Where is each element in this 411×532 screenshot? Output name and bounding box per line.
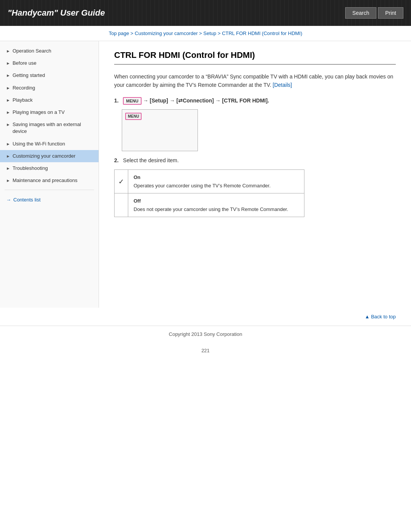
option-detail-off: Off Does not operate your camcorder usin…: [128, 193, 293, 217]
option-detail-on: On Operates your camcorder using the TV’…: [128, 170, 276, 193]
sidebar-item-saving-images[interactable]: ► Saving images with an external device: [0, 118, 99, 137]
back-to-top-link[interactable]: ▲ Back to top: [365, 314, 396, 320]
sidebar-item-customizing[interactable]: ► Customizing your camcorder: [0, 150, 99, 162]
sidebar-item-playback[interactable]: ► Playback: [0, 94, 99, 106]
sidebar-divider: [5, 190, 94, 190]
menu-button: MENU: [123, 97, 141, 105]
breadcrumb-ctrl-hdmi[interactable]: CTRL FOR HDMI (Control for HDMI): [222, 30, 302, 36]
sidebar-item-troubleshooting[interactable]: ► Troubleshooting: [0, 162, 99, 174]
arrow-icon: ►: [6, 178, 10, 184]
arrow-icon: ►: [6, 61, 10, 66]
arrow-icon: ►: [6, 48, 10, 54]
print-button[interactable]: Print: [378, 7, 403, 19]
option-check-off: [115, 193, 128, 217]
arrow-icon: ►: [6, 73, 10, 78]
step-2: 2. Select the desired item.: [114, 157, 396, 163]
arrow-icon: ►: [6, 122, 10, 128]
sidebar-item-operation-search[interactable]: ► Operation Search: [0, 45, 99, 57]
main-content: CTRL FOR HDMI (Control for HDMI) When co…: [99, 41, 411, 308]
page-footer: Copyright 2013 Sony Corporation: [0, 326, 411, 342]
page-title: CTRL FOR HDMI (Control for HDMI): [114, 50, 396, 65]
option-row-on: ✓ On Operates your camcorder using the T…: [115, 170, 304, 193]
page-number: 221: [0, 342, 411, 359]
arrow-icon: ►: [6, 110, 10, 115]
breadcrumb-setup[interactable]: Setup: [203, 30, 216, 36]
breadcrumb: Top page > Customizing your camcorder > …: [0, 26, 411, 41]
sidebar-item-recording[interactable]: ► Recording: [0, 82, 99, 94]
site-title: "Handycam" User Guide: [8, 8, 105, 18]
arrow-icon: ►: [6, 141, 10, 147]
arrow-icon: ►: [6, 166, 10, 171]
sidebar: ► Operation Search ► Before use ► Gettin…: [0, 41, 99, 308]
contents-list-link[interactable]: → Contents list: [0, 193, 99, 206]
sidebar-item-wifi[interactable]: ► Using the Wi-Fi function: [0, 138, 99, 150]
details-link[interactable]: [Details]: [273, 82, 292, 88]
header-buttons: Search Print: [345, 7, 403, 19]
sidebar-item-playing-images[interactable]: ► Playing images on a TV: [0, 106, 99, 118]
breadcrumb-customizing[interactable]: Customizing your camcorder: [135, 30, 198, 36]
menu-screenshot: MENU: [122, 109, 198, 151]
header: "Handycam" User Guide Search Print: [0, 0, 411, 26]
arrow-icon: ►: [6, 97, 10, 103]
breadcrumb-top-page[interactable]: Top page: [109, 30, 129, 36]
arrow-right-icon: →: [6, 197, 11, 203]
copyright-text: Copyright 2013 Sony Corporation: [169, 331, 242, 337]
arrow-icon: ►: [6, 85, 10, 91]
sidebar-item-before-use[interactable]: ► Before use: [0, 57, 99, 69]
options-table: ✓ On Operates your camcorder using the T…: [114, 169, 304, 217]
sidebar-item-getting-started[interactable]: ► Getting started: [0, 69, 99, 81]
option-row-off: Off Does not operate your camcorder usin…: [115, 193, 304, 217]
option-check-on: ✓: [115, 170, 128, 193]
back-to-top-section: ▲ Back to top: [0, 308, 411, 326]
main-layout: ► Operation Search ► Before use ► Gettin…: [0, 41, 411, 308]
mini-menu-button: MENU: [125, 113, 142, 120]
step-1: 1. MENU → [Setup] → [⇄Connection] → [CTR…: [114, 96, 396, 151]
search-button[interactable]: Search: [345, 7, 376, 19]
intro-paragraph: When connecting your camcorder to a “BRA…: [114, 72, 396, 89]
sidebar-item-maintenance[interactable]: ► Maintenance and precautions: [0, 174, 99, 187]
arrow-icon: ►: [6, 153, 10, 159]
